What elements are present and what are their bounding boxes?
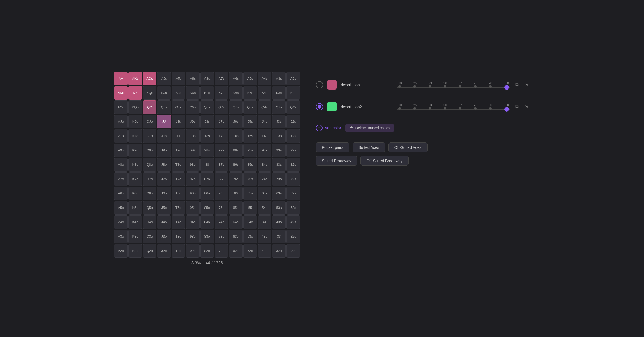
grid-cell[interactable]: J4s bbox=[258, 115, 271, 128]
grid-cell[interactable]: Q8s bbox=[200, 100, 214, 114]
grid-cell[interactable]: J3o bbox=[157, 230, 171, 243]
grid-cell[interactable]: A3s bbox=[272, 72, 286, 85]
grid-cell[interactable]: T4o bbox=[172, 215, 185, 229]
grid-cell[interactable]: 64o bbox=[229, 215, 243, 229]
grid-cell[interactable]: T5s bbox=[243, 129, 257, 143]
grid-cell[interactable]: JTs bbox=[172, 115, 185, 128]
grid-cell[interactable]: 95o bbox=[186, 201, 200, 215]
grid-cell[interactable]: J8s bbox=[200, 115, 214, 128]
grid-cell[interactable]: K9s bbox=[186, 86, 200, 100]
grid-cell[interactable]: K2s bbox=[286, 86, 300, 100]
grid-cell[interactable]: A7s bbox=[215, 72, 228, 85]
grid-cell[interactable]: 52s bbox=[286, 201, 300, 215]
grid-cell[interactable]: 65s bbox=[243, 187, 257, 200]
grid-cell[interactable]: K2o bbox=[128, 244, 142, 258]
slider-dot[interactable] bbox=[444, 107, 446, 110]
slider-dot[interactable] bbox=[474, 85, 477, 88]
grid-cell[interactable]: 53s bbox=[272, 201, 286, 215]
slider-dot[interactable] bbox=[459, 107, 461, 110]
grid-cell[interactable]: Q8o bbox=[143, 158, 156, 172]
grid-cell[interactable]: AQs bbox=[143, 72, 156, 85]
grid-cell[interactable]: A4s bbox=[258, 72, 271, 85]
grid-cell[interactable]: K4s bbox=[258, 86, 271, 100]
grid-cell[interactable]: T7s bbox=[215, 129, 228, 143]
grid-cell[interactable]: T4s bbox=[258, 129, 271, 143]
grid-cell[interactable]: Q7s bbox=[215, 100, 228, 114]
grid-cell[interactable]: JTo bbox=[157, 129, 171, 143]
grid-cell[interactable]: K5o bbox=[128, 201, 142, 215]
grid-cell[interactable]: A6o bbox=[114, 187, 128, 200]
grid-cell[interactable]: 92o bbox=[186, 244, 200, 258]
grid-cell[interactable]: J6s bbox=[229, 115, 243, 128]
grid-cell[interactable]: Q4s bbox=[258, 100, 271, 114]
grid-cell[interactable]: Q6s bbox=[229, 100, 243, 114]
grid-cell[interactable]: 83o bbox=[200, 230, 214, 243]
grid-cell[interactable]: KTo bbox=[128, 129, 142, 143]
grid-cell[interactable]: 86o bbox=[200, 187, 214, 200]
grid-cell[interactable]: 95s bbox=[243, 144, 257, 157]
grid-cell[interactable]: A9s bbox=[186, 72, 200, 85]
grid-cell[interactable]: 96o bbox=[186, 187, 200, 200]
grid-cell[interactable]: K6s bbox=[229, 86, 243, 100]
grid-cell[interactable]: 43o bbox=[258, 230, 271, 243]
grid-cell[interactable]: KJo bbox=[128, 115, 142, 128]
grid-cell[interactable]: 44 bbox=[258, 215, 271, 229]
grid-cell[interactable]: Q6o bbox=[143, 187, 156, 200]
grid-cell[interactable]: 62o bbox=[229, 244, 243, 258]
off-suited-aces-button[interactable]: Off-Suited Aces bbox=[388, 142, 428, 152]
grid-cell[interactable]: 98o bbox=[186, 158, 200, 172]
description-input-2[interactable] bbox=[341, 103, 393, 110]
grid-cell[interactable]: 43s bbox=[272, 215, 286, 229]
grid-cell[interactable]: 42s bbox=[286, 215, 300, 229]
grid-cell[interactable]: 92s bbox=[286, 144, 300, 157]
grid-cell[interactable]: 73s bbox=[272, 172, 286, 186]
grid-cell[interactable]: 52o bbox=[243, 244, 257, 258]
grid-cell[interactable]: 42o bbox=[258, 244, 271, 258]
grid-cell[interactable]: 74s bbox=[258, 172, 271, 186]
grid-cell[interactable]: 84o bbox=[200, 215, 214, 229]
grid-cell[interactable]: 72s bbox=[286, 172, 300, 186]
grid-cell[interactable]: T8o bbox=[172, 158, 185, 172]
grid-cell[interactable]: T6o bbox=[172, 187, 185, 200]
grid-cell[interactable]: Q7o bbox=[143, 172, 156, 186]
slider-dot[interactable] bbox=[489, 107, 492, 110]
grid-cell[interactable]: Q2o bbox=[143, 244, 156, 258]
grid-cell[interactable]: 96s bbox=[229, 144, 243, 157]
grid-cell[interactable]: 62s bbox=[286, 187, 300, 200]
slider-dot[interactable] bbox=[413, 85, 416, 88]
grid-cell[interactable]: A4o bbox=[114, 215, 128, 229]
grid-cell[interactable]: 32o bbox=[272, 244, 286, 258]
grid-cell[interactable]: QJs bbox=[157, 100, 171, 114]
radio-1[interactable] bbox=[316, 81, 323, 88]
grid-cell[interactable]: J9s bbox=[186, 115, 200, 128]
grid-cell[interactable]: 93o bbox=[186, 230, 200, 243]
grid-cell[interactable]: 98s bbox=[200, 144, 214, 157]
grid-cell[interactable]: 77 bbox=[215, 172, 228, 186]
grid-cell[interactable]: 53o bbox=[243, 230, 257, 243]
grid-cell[interactable]: 87o bbox=[200, 172, 214, 186]
copy-button-1[interactable]: ⧉ bbox=[514, 81, 520, 88]
grid-cell[interactable]: 64s bbox=[258, 187, 271, 200]
suited-aces-button[interactable]: Suited Aces bbox=[353, 142, 385, 152]
copy-button-2[interactable]: ⧉ bbox=[514, 103, 520, 110]
grid-cell[interactable]: 74o bbox=[215, 215, 228, 229]
grid-cell[interactable]: T2o bbox=[172, 244, 185, 258]
grid-cell[interactable]: K7o bbox=[128, 172, 142, 186]
delete-unused-button[interactable]: 🗑 Delete unused colors bbox=[345, 124, 394, 132]
grid-cell[interactable]: 86s bbox=[229, 158, 243, 172]
grid-cell[interactable]: 63s bbox=[272, 187, 286, 200]
grid-cell[interactable]: 82o bbox=[200, 244, 214, 258]
grid-cell[interactable]: A2o bbox=[114, 244, 128, 258]
grid-cell[interactable]: 93s bbox=[272, 144, 286, 157]
grid-cell[interactable]: A5o bbox=[114, 201, 128, 215]
grid-cell[interactable]: KJs bbox=[157, 86, 171, 100]
slider-dot[interactable] bbox=[413, 107, 416, 110]
grid-cell[interactable]: T2s bbox=[286, 129, 300, 143]
grid-cell[interactable]: JJ bbox=[157, 115, 171, 128]
grid-cell[interactable]: A5s bbox=[243, 72, 257, 85]
grid-cell[interactable]: T8s bbox=[200, 129, 214, 143]
grid-cell[interactable]: 65o bbox=[229, 201, 243, 215]
grid-cell[interactable]: 22 bbox=[286, 244, 300, 258]
grid-cell[interactable]: 33 bbox=[272, 230, 286, 243]
grid-cell[interactable]: Q5s bbox=[243, 100, 257, 114]
